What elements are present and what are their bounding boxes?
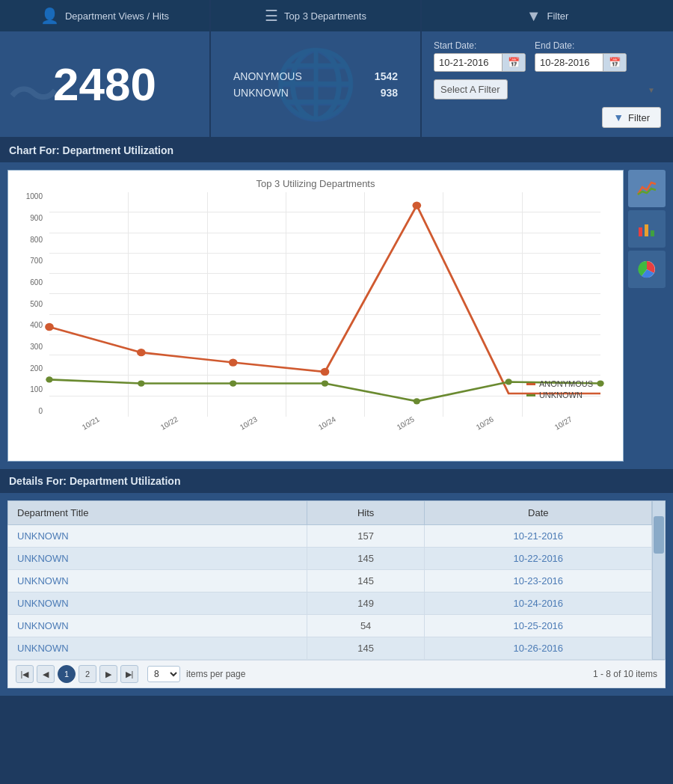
top3-hits-0: 1542: [375, 70, 398, 82]
pie-chart-btn[interactable]: [628, 251, 666, 288]
filter-select-wrap: Select A Filter ▼: [434, 79, 661, 99]
filter-body: Start Date: 📅 End Date: 📅: [422, 31, 673, 137]
legend-anonymous: ANONYMOUS: [526, 379, 593, 388]
first-page-btn[interactable]: |◀: [16, 665, 34, 683]
views-panel: 👤 Department Views / Hits 2480 〜: [0, 0, 211, 137]
y-label-5: 500: [8, 300, 46, 308]
y-label-1: 100: [8, 385, 46, 393]
bg-globe-icon: 🌐: [274, 45, 357, 123]
start-date-calendar-btn[interactable]: 📅: [502, 54, 525, 71]
anon-point-1: [137, 349, 146, 356]
scrollbar-thumb[interactable]: [654, 516, 664, 554]
anon-point-2: [229, 358, 238, 366]
svg-rect-0: [639, 227, 642, 236]
y-label-8: 800: [8, 236, 46, 244]
items-count: 1 - 8 of 10 items: [593, 669, 657, 679]
start-date-input[interactable]: [434, 54, 502, 71]
anonymous-line: [49, 206, 600, 393]
chart-section-label: Chart For: Department Utilization: [0, 138, 673, 162]
table-body: UNKNOWN 157 10-21-2016 UNKNOWN 145 10-22…: [8, 525, 652, 660]
funnel-icon: ▼: [613, 111, 624, 123]
last-page-btn[interactable]: ▶|: [120, 665, 138, 683]
page-2-btn[interactable]: 2: [79, 665, 96, 683]
y-label-9: 900: [8, 214, 46, 222]
table-row: UNKNOWN 145 10-22-2016: [8, 548, 652, 570]
col-dept-title: Department Title: [8, 501, 307, 525]
data-table: Department Title Hits Date UNKNOWN 157 1…: [7, 500, 652, 660]
table-section-label: Details For: Department Utilization: [0, 469, 673, 493]
line-chart-btn[interactable]: [628, 170, 666, 207]
views-value: 2480: [53, 58, 156, 111]
prev-page-btn[interactable]: ◀: [37, 665, 55, 683]
anon-point-3: [321, 368, 330, 376]
y-label-0: 0: [8, 407, 46, 415]
stats-row: 👤 Department Views / Hits 2480 〜 ☰ Top 3…: [0, 0, 673, 138]
pie-chart-icon: [636, 258, 658, 281]
x-label-0: 10/21: [81, 415, 101, 432]
top3-panel: ☰ Top 3 Departments 🌐 ANONYMOUS 1542 UNK…: [211, 0, 422, 137]
cell-dept-1: UNKNOWN: [8, 548, 307, 570]
cell-dept-0: UNKNOWN: [8, 525, 307, 548]
table-scrollbar[interactable]: [652, 500, 666, 660]
chart-title: Top 3 Utilizing Departments: [8, 171, 623, 192]
y-labels: 0 100 200 300 400 500 600 700 800 900 10…: [8, 192, 46, 417]
table-header-row: Department Title Hits Date: [8, 501, 652, 525]
pagination-bar: |◀ ◀ 1 2 ▶ ▶| 8 10 25 items per page 1 -…: [7, 660, 666, 688]
views-body: 2480 〜: [0, 31, 209, 137]
filter-button[interactable]: ▼ Filter: [602, 107, 661, 128]
chart-svg: [49, 192, 600, 417]
cell-hits-0: 157: [307, 525, 424, 548]
page-1-btn[interactable]: 1: [58, 665, 76, 683]
table-row: UNKNOWN 149 10-24-2016: [8, 592, 652, 615]
select-arrow-icon: ▼: [648, 85, 655, 94]
x-labels: 10/21 10/22 10/23 10/24 10/25 10/26 10/2…: [49, 417, 600, 447]
legend-unknown-dot: [526, 394, 535, 396]
cell-hits-4: 54: [307, 615, 424, 637]
cell-hits-3: 149: [307, 592, 424, 615]
y-label-7: 700: [8, 257, 46, 265]
end-date-calendar-btn[interactable]: 📅: [603, 54, 626, 71]
x-label-2: 10/23: [238, 415, 258, 432]
x-label-5: 10/26: [474, 415, 494, 432]
unk-point-0: [46, 376, 52, 382]
end-date-group: End Date: 📅: [535, 40, 627, 72]
line-chart-icon: [636, 178, 657, 199]
top3-body: 🌐 ANONYMOUS 1542 UNKNOWN 938: [211, 31, 420, 137]
svg-rect-2: [651, 230, 654, 236]
end-date-input[interactable]: [535, 54, 603, 71]
cell-date-4: 10-25-2016: [425, 615, 652, 637]
filter-panel: ▼ Filter Start Date: 📅 End Date: 📅: [422, 0, 673, 137]
users-icon: 👤: [40, 7, 59, 25]
unk-point-2: [230, 380, 236, 386]
top3-header: ☰ Top 3 Departments: [211, 0, 420, 31]
y-label-6: 600: [8, 278, 46, 287]
filter-select[interactable]: Select A Filter: [434, 79, 508, 99]
unk-point-4: [414, 398, 420, 404]
unk-point-3: [322, 380, 328, 386]
filter-select-row: Select A Filter ▼: [434, 79, 661, 99]
next-page-btn[interactable]: ▶: [99, 665, 117, 683]
views-title: Department Views / Hits: [65, 10, 169, 22]
unk-point-5: [505, 379, 511, 385]
cell-dept-2: UNKNOWN: [8, 570, 307, 592]
table-row: UNKNOWN 145 10-26-2016: [8, 637, 652, 660]
bar-chart-btn[interactable]: [628, 210, 666, 248]
cell-hits-2: 145: [307, 570, 424, 592]
legend-unknown: UNKNOWN: [526, 391, 593, 399]
y-label-3: 300: [8, 343, 46, 351]
unk-point-1: [138, 380, 144, 386]
legend-anonymous-dot: [526, 383, 535, 385]
end-date-label: End Date:: [535, 40, 627, 51]
per-page-select[interactable]: 8 10 25: [147, 666, 180, 682]
filter-header-icon: ▼: [526, 7, 541, 25]
chart-legend: ANONYMOUS UNKNOWN: [526, 379, 593, 402]
chart-type-buttons: [628, 170, 666, 462]
cell-dept-3: UNKNOWN: [8, 592, 307, 615]
chart-container: Top 3 Utilizing Departments 0 100 200 30…: [7, 170, 624, 462]
cell-dept-5: UNKNOWN: [8, 637, 307, 660]
views-header: 👤 Department Views / Hits: [0, 0, 209, 31]
y-label-10: 1000: [8, 192, 46, 200]
start-date-group: Start Date: 📅: [434, 40, 526, 72]
table-row: UNKNOWN 54 10-25-2016: [8, 615, 652, 637]
filter-title: Filter: [547, 10, 568, 22]
